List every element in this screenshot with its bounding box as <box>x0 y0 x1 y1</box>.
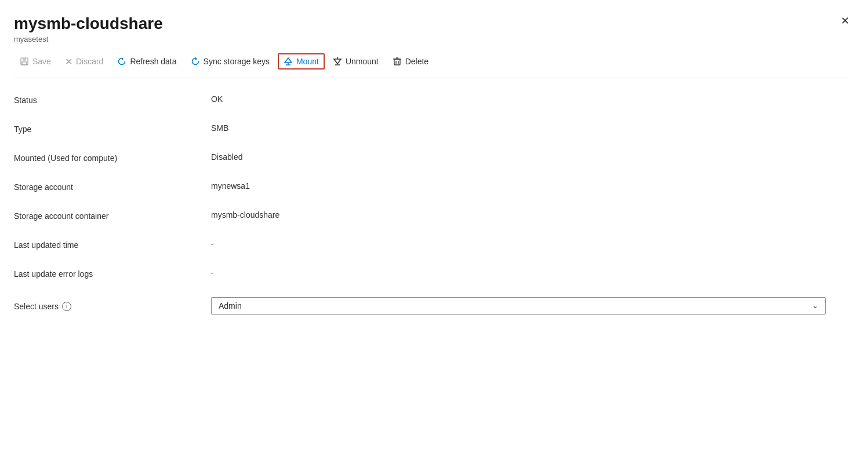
svg-rect-2 <box>22 62 27 65</box>
value-storage-account: mynewsa1 <box>211 181 250 191</box>
field-row-mounted: Mounted (Used for compute) Disabled <box>14 152 849 163</box>
close-button[interactable]: ✕ <box>836 12 854 30</box>
label-mounted: Mounted (Used for compute) <box>14 152 211 163</box>
field-row-storage-account: Storage account mynewsa1 <box>14 181 849 192</box>
field-row-error-logs: Last update error logs - <box>14 268 849 279</box>
chevron-down-icon: ⌄ <box>812 302 818 310</box>
unmount-icon <box>333 57 342 66</box>
panel-subtitle: myasetest <box>14 35 849 43</box>
mount-label: Mount <box>296 57 319 66</box>
discard-label: Discard <box>76 57 103 66</box>
refresh-icon <box>117 57 126 66</box>
discard-button[interactable]: ✕ Discard <box>59 53 109 71</box>
label-status: Status <box>14 94 211 105</box>
save-button[interactable]: Save <box>14 53 57 70</box>
value-error-logs: - <box>211 268 214 277</box>
sync-icon <box>191 57 200 66</box>
delete-icon <box>393 57 402 66</box>
delete-label: Delete <box>405 57 428 66</box>
unmount-button[interactable]: Unmount <box>327 53 384 70</box>
field-row-last-updated: Last updated time - <box>14 239 849 250</box>
panel-title: mysmb-cloudshare <box>14 14 849 34</box>
svg-marker-3 <box>285 58 292 63</box>
value-status: OK <box>211 94 223 104</box>
svg-rect-1 <box>23 58 26 61</box>
sync-button[interactable]: Sync storage keys <box>185 53 275 70</box>
value-mounted: Disabled <box>211 152 242 162</box>
label-storage-account: Storage account <box>14 181 211 192</box>
select-users-value: Admin <box>219 301 242 310</box>
save-icon <box>20 57 29 66</box>
info-icon[interactable]: i <box>62 302 71 311</box>
select-users-dropdown[interactable]: Admin ⌄ <box>211 297 826 315</box>
select-users-row: Select users i Admin ⌄ <box>14 297 849 315</box>
content-area: Status OK Type SMB Mounted (Used for com… <box>14 78 849 315</box>
unmount-label: Unmount <box>346 57 379 66</box>
label-last-updated: Last updated time <box>14 239 211 250</box>
field-row-type: Type SMB <box>14 123 849 134</box>
select-users-label-text: Select users <box>14 302 59 311</box>
mount-button[interactable]: Mount <box>278 53 325 70</box>
value-last-updated: - <box>211 239 214 248</box>
svg-marker-6 <box>334 59 341 64</box>
svg-rect-9 <box>394 59 400 65</box>
main-panel: ✕ mysmb-cloudshare myasetest Save ✕ Disc… <box>0 0 868 468</box>
sync-label: Sync storage keys <box>204 57 270 66</box>
label-error-logs: Last update error logs <box>14 268 211 279</box>
value-type: SMB <box>211 123 228 133</box>
mount-icon <box>284 57 293 66</box>
delete-button[interactable]: Delete <box>387 53 434 70</box>
field-row-status: Status OK <box>14 94 849 105</box>
label-select-users: Select users i <box>14 301 211 311</box>
label-storage-container: Storage account container <box>14 210 211 221</box>
label-type: Type <box>14 123 211 134</box>
value-storage-container: mysmb-cloudshare <box>211 210 279 220</box>
field-row-storage-container: Storage account container mysmb-cloudsha… <box>14 210 849 221</box>
discard-icon: ✕ <box>65 56 72 67</box>
save-label: Save <box>32 57 51 66</box>
refresh-label: Refresh data <box>130 57 176 66</box>
refresh-button[interactable]: Refresh data <box>111 53 182 70</box>
toolbar: Save ✕ Discard Refresh data <box>14 53 849 78</box>
